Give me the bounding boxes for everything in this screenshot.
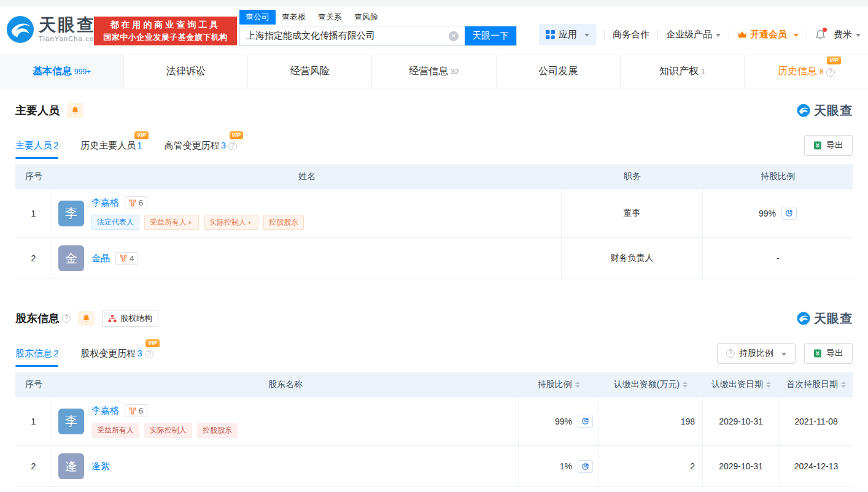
search-type-tab[interactable]: 查关系 xyxy=(312,10,348,25)
notifications-bell-button[interactable] xyxy=(815,29,826,40)
main-tab[interactable]: 经营风险 xyxy=(247,55,371,88)
search-type-tab[interactable]: 查公司 xyxy=(239,10,276,25)
equity-structure-button[interactable]: 股权结构 xyxy=(102,310,158,327)
main-tab[interactable]: 基本信息999+ xyxy=(0,55,123,88)
ratio-filter-button[interactable]: ? 持股比例 xyxy=(717,343,796,364)
shareholder-name-link[interactable]: 李嘉格 xyxy=(91,405,119,417)
excel-icon xyxy=(813,141,822,150)
column-header: 职务 xyxy=(562,171,703,182)
sort-icon[interactable] xyxy=(683,379,688,390)
ratio-cell: 99% xyxy=(703,189,853,237)
role-tag[interactable]: 法定代表人 xyxy=(91,215,139,230)
subtab[interactable]: 股权变更历程3VIP? xyxy=(80,348,153,359)
shareholder-section-title: 股东信息 xyxy=(15,311,60,326)
logo-domain: TianYanCha.com xyxy=(39,35,101,42)
personnel-section-title: 主要人员 xyxy=(15,103,60,118)
main-tab[interactable]: 法律诉讼 xyxy=(123,55,247,88)
banner-line2: 国家中小企业发展子基金旗下机构 xyxy=(94,32,237,43)
user-menu[interactable]: 费米 xyxy=(834,29,861,40)
ratio-pie-button[interactable] xyxy=(578,415,593,428)
browser-top-strip xyxy=(0,0,868,6)
sort-icon[interactable] xyxy=(841,379,846,390)
export-button[interactable]: 导出 xyxy=(804,135,853,156)
banner-line1: 都在用的商业查询工具 xyxy=(94,20,237,31)
subtab-label: 高管变更历程 xyxy=(165,140,220,150)
role-tag[interactable]: 控股股东 xyxy=(197,423,238,438)
monitor-bell-button[interactable] xyxy=(78,311,95,326)
shareholder-name-link[interactable]: 逄絮 xyxy=(91,461,110,472)
relation-graph-icon xyxy=(120,255,127,262)
subtab[interactable]: 历史主要人员1VIP xyxy=(80,140,142,152)
relation-count: 6 xyxy=(139,198,143,207)
person-cell: 金金晶4 xyxy=(52,238,562,279)
main-personnel-section: 主要人员 天眼查 主要人员2历史主要人员1VIP高管变更历程3VIP? 导出 xyxy=(0,102,868,279)
subscribed-capital-cell: 198 xyxy=(599,397,703,445)
ratio-filter-label: 持股比例 xyxy=(739,348,773,359)
role-tag[interactable]: 控股股东 xyxy=(263,215,304,230)
help-icon[interactable]: ? xyxy=(228,142,237,150)
person-info: 金晶4 xyxy=(91,252,138,265)
nav-item-enterprise-products[interactable]: 企业级产品 xyxy=(666,29,721,40)
relation-count-badge[interactable]: 6 xyxy=(125,404,147,417)
avatar[interactable]: 李 xyxy=(58,409,84,434)
subtab-count: 3 xyxy=(221,140,226,150)
search-input[interactable] xyxy=(240,26,465,45)
position-cell: 财务负责人 xyxy=(562,238,703,279)
ratio-value: 99% xyxy=(759,209,776,218)
tab-inner: 经营信息32 xyxy=(409,65,459,78)
sort-icon[interactable] xyxy=(766,379,771,390)
nav-item-business-cooperation[interactable]: 商务合作 xyxy=(613,29,649,40)
column-header-label: 序号 xyxy=(25,379,42,390)
help-icon[interactable]: ? xyxy=(62,314,71,323)
ratio-cell: - xyxy=(703,238,853,279)
export-button[interactable]: 导出 xyxy=(804,343,853,364)
tianyancha-logo[interactable]: 天眼查 TianYanCha.com xyxy=(6,15,101,44)
main-tab[interactable]: 知识产权1 xyxy=(620,55,744,88)
avatar[interactable]: 逄 xyxy=(58,453,84,479)
column-header-label: 股东名称 xyxy=(268,379,303,390)
ratio-value: 99% xyxy=(555,417,572,426)
monitor-bell-button[interactable] xyxy=(67,103,83,118)
main-tab[interactable]: 公司发展 xyxy=(496,55,620,88)
help-icon[interactable]: ? xyxy=(826,68,835,77)
avatar[interactable]: 李 xyxy=(58,201,84,226)
shareholder-table-body: 1李李嘉格6受益所有人实际控制人控股股东99%1982029-10-312021… xyxy=(15,397,853,487)
column-header-label: 认缴出资额(万元) xyxy=(614,379,680,390)
role-tag-label: 受益所有人 xyxy=(150,217,187,228)
relation-count-badge[interactable]: 4 xyxy=(115,252,138,265)
tianyancha-logo-icon xyxy=(797,104,810,117)
role-tag[interactable]: 受益所有人 xyxy=(144,215,199,230)
shareholder-section-head: 股东信息 ? 股权结构 天眼查 xyxy=(15,310,853,327)
personnel-table: 序号姓名职务持股比例 1李李嘉格6法定代表人受益所有人实际控制人控股股东董事99… xyxy=(15,164,853,279)
ratio-pie-button[interactable] xyxy=(781,207,797,220)
ratio-pie-button[interactable] xyxy=(578,460,593,473)
relation-count-badge[interactable]: 6 xyxy=(125,196,147,209)
subtab[interactable]: 高管变更历程3VIP? xyxy=(165,140,237,152)
role-tag[interactable]: 实际控制人 xyxy=(204,215,258,230)
clear-search-icon[interactable]: ✕ xyxy=(449,31,459,41)
main-tab[interactable]: 经营信息32 xyxy=(371,55,495,88)
shareholder-cell: 逄逄絮 xyxy=(52,446,519,486)
person-name-line: 李嘉格6 xyxy=(91,196,304,209)
role-tag[interactable]: 受益所有人 xyxy=(91,423,139,438)
role-tag[interactable]: 实际控制人 xyxy=(144,423,192,438)
search-type-tab[interactable]: 查老板 xyxy=(276,10,312,25)
subtab-label: 股东信息 xyxy=(15,348,52,358)
main-tab[interactable]: 历史信息8VIP? xyxy=(744,55,868,88)
person-name-link[interactable]: 金晶 xyxy=(91,253,110,264)
search-type-tab[interactable]: 查风险 xyxy=(348,10,384,25)
open-vip-button[interactable]: 开通会员 xyxy=(737,29,799,40)
person-name-link[interactable]: 李嘉格 xyxy=(91,197,119,209)
person-cell: 李李嘉格6法定代表人受益所有人实际控制人控股股东 xyxy=(52,189,562,237)
apps-menu-button[interactable]: 应用 xyxy=(539,24,596,45)
help-icon: ? xyxy=(726,349,735,358)
sort-icon[interactable] xyxy=(575,379,580,390)
role-tag-label: 实际控制人 xyxy=(150,425,187,436)
crown-icon xyxy=(737,31,747,39)
help-icon[interactable]: ? xyxy=(145,350,153,358)
subtab[interactable]: 主要人员2 xyxy=(15,140,58,152)
subtab[interactable]: 股东信息2 xyxy=(15,348,58,359)
personnel-table-body: 1李李嘉格6法定代表人受益所有人实际控制人控股股东董事99%2金金晶4财务负责人… xyxy=(15,189,853,279)
avatar[interactable]: 金 xyxy=(58,245,84,271)
search-button[interactable]: 天眼一下 xyxy=(465,26,516,45)
